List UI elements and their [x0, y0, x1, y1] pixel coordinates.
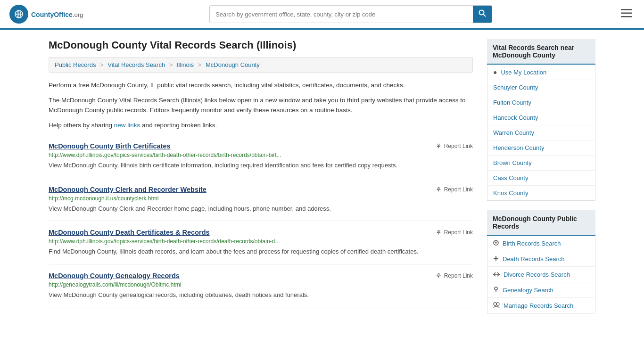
report-icon-2: ⚘: [436, 229, 442, 236]
public-item-3[interactable]: Genealogy Search: [487, 282, 595, 298]
page-title: McDonough County Vital Records Search (I…: [49, 39, 473, 51]
description-1: Perform a free McDonough County, IL publ…: [49, 80, 473, 90]
breadcrumb-sep-1: >: [100, 61, 104, 68]
svg-point-16: [495, 287, 497, 290]
public-list: Birth Records SearchDeath Records Search…: [487, 236, 595, 313]
svg-rect-9: [621, 16, 632, 17]
public-icon-2: [493, 271, 500, 278]
nearby-county-link-8[interactable]: Knox County: [493, 189, 528, 197]
search-button[interactable]: [473, 6, 492, 23]
nearby-list: ●Use My LocationSchuyler CountyFulton Co…: [487, 65, 595, 201]
public-link-1[interactable]: Death Records Search: [503, 255, 565, 263]
public-link-3[interactable]: Genealogy Search: [503, 287, 553, 294]
nearby-county-link-5[interactable]: Henderson County: [493, 144, 544, 151]
description-3-pre: Help others by sharing: [49, 122, 114, 129]
site-header: CountyOffice.org: [0, 0, 644, 30]
nearby-county-link-1[interactable]: Schuyler County: [493, 84, 538, 91]
result-title-2[interactable]: McDonough County Death Certificates & Re…: [49, 229, 210, 236]
nearby-item-6[interactable]: Brown County: [487, 156, 595, 171]
public-icon-0: [493, 239, 499, 247]
result-desc-2: Find McDonough County, Illinois death re…: [49, 247, 473, 256]
breadcrumb-public-records[interactable]: Public Records: [55, 61, 96, 68]
result-desc-0: View McDonough County, Illinois birth ce…: [49, 161, 473, 170]
public-item-0[interactable]: Birth Records Search: [487, 236, 595, 251]
svg-rect-8: [621, 13, 632, 14]
svg-point-5: [479, 10, 484, 15]
new-links-link[interactable]: new links: [114, 122, 140, 129]
description-2: The McDonough County Vital Records Searc…: [49, 95, 473, 115]
public-item-4[interactable]: Marriage Records Search: [487, 298, 595, 313]
report-label-0: Report Link: [444, 143, 473, 149]
nearby-county-link-7[interactable]: Cass County: [493, 174, 528, 181]
nearby-item-0[interactable]: ●Use My Location: [487, 65, 595, 80]
svg-rect-7: [621, 9, 632, 10]
nearby-item-1[interactable]: Schuyler County: [487, 80, 595, 95]
nearby-item-5[interactable]: Henderson County: [487, 140, 595, 156]
result-title-1[interactable]: McDonough County Clerk and Recorder Webs…: [49, 186, 206, 193]
nearby-county-link-2[interactable]: Fulton County: [493, 99, 531, 106]
result-url-0: http://www.dph.illinois.gov/topics-servi…: [49, 152, 473, 158]
nearby-item-3[interactable]: Hancock County: [487, 110, 595, 125]
nearby-county-link-4[interactable]: Warren County: [493, 129, 534, 136]
report-label-3: Report Link: [444, 272, 473, 279]
public-link-4[interactable]: Marriage Records Search: [504, 302, 573, 309]
svg-rect-14: [495, 256, 496, 261]
breadcrumb-sep-2: >: [169, 61, 173, 68]
sidebar: Vital Records Search near McDonough Coun…: [487, 39, 595, 323]
report-icon-1: ⚘: [436, 186, 442, 193]
description-3-post: and reporting broken links.: [140, 122, 217, 129]
breadcrumb-vital-records[interactable]: Vital Records Search: [107, 61, 165, 68]
result-desc-3: View McDonough County genealogical recor…: [49, 290, 473, 300]
public-icon-4: [493, 302, 500, 309]
results-container: McDonough County Birth Certificates ⚘ Re…: [49, 135, 473, 307]
public-link-0[interactable]: Birth Records Search: [503, 240, 561, 247]
result-desc-1: View McDonough County Clerk and Recorder…: [49, 204, 473, 214]
nearby-item-2[interactable]: Fulton County: [487, 95, 595, 110]
nearby-section: Vital Records Search near McDonough Coun…: [487, 39, 595, 201]
result-item: McDonough County Birth Certificates ⚘ Re…: [49, 135, 473, 178]
nearby-item-8[interactable]: Knox County: [487, 186, 595, 200]
content-area: McDonough County Vital Records Search (I…: [49, 39, 473, 323]
result-url-1: http://mcg.mcdonough.il.us/countyclerk.h…: [49, 195, 473, 202]
nearby-item-7[interactable]: Cass County: [487, 171, 595, 186]
public-item-1[interactable]: Death Records Search: [487, 251, 595, 267]
report-label-1: Report Link: [444, 186, 473, 193]
public-records-header: McDonough County Public Records: [487, 210, 595, 236]
result-url-2: http://www.dph.illinois.gov/topics-servi…: [49, 238, 473, 245]
result-item: McDonough County Death Certificates & Re…: [49, 221, 473, 264]
breadcrumb: Public Records > Vital Records Search > …: [49, 57, 473, 73]
result-header: McDonough County Death Certificates & Re…: [49, 229, 473, 236]
report-link-2[interactable]: ⚘ Report Link: [436, 229, 473, 236]
result-item: McDonough County Clerk and Recorder Webs…: [49, 178, 473, 222]
logo-text: CountyOffice.org: [31, 9, 83, 19]
result-title-0[interactable]: McDonough County Birth Certificates: [49, 142, 171, 150]
nearby-county-link-3[interactable]: Hancock County: [493, 114, 538, 121]
report-label-2: Report Link: [444, 229, 473, 236]
report-icon-3: ⚘: [436, 272, 442, 280]
result-header: McDonough County Clerk and Recorder Webs…: [49, 186, 473, 193]
report-link-1[interactable]: ⚘ Report Link: [436, 186, 473, 193]
report-link-0[interactable]: ⚘ Report Link: [436, 142, 473, 150]
logo-icon: [9, 5, 28, 24]
report-link-3[interactable]: ⚘ Report Link: [436, 272, 473, 280]
public-item-2[interactable]: Divorce Records Search: [487, 267, 595, 282]
search-input[interactable]: [210, 7, 473, 22]
logo-area: CountyOffice.org: [9, 5, 83, 24]
description-3: Help others by sharing new links and rep…: [49, 120, 473, 131]
svg-point-19: [496, 303, 499, 305]
location-icon: ●: [493, 68, 497, 76]
nearby-county-link-6[interactable]: Brown County: [493, 159, 532, 166]
report-icon-0: ⚘: [436, 142, 442, 150]
search-bar: [209, 5, 492, 23]
svg-point-18: [494, 303, 496, 305]
result-title-3[interactable]: McDonough County Genealogy Records: [49, 272, 180, 280]
breadcrumb-mcdonough[interactable]: McDonough County: [206, 61, 260, 68]
public-icon-1: [493, 255, 499, 263]
nearby-item-4[interactable]: Warren County: [487, 125, 595, 140]
breadcrumb-illinois[interactable]: Illinois: [177, 61, 194, 68]
result-item: McDonough County Genealogy Records ⚘ Rep…: [49, 264, 473, 308]
public-link-2[interactable]: Divorce Records Search: [504, 271, 570, 278]
result-header: McDonough County Birth Certificates ⚘ Re…: [49, 142, 473, 150]
use-my-location-link[interactable]: Use My Location: [501, 69, 546, 76]
menu-button[interactable]: [619, 6, 635, 23]
